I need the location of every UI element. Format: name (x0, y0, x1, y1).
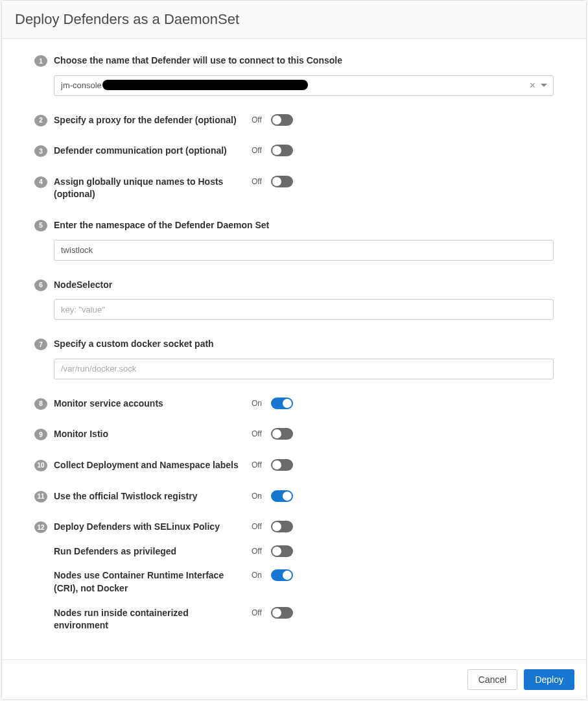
service-accounts-toggle[interactable] (271, 398, 293, 409)
step-istio: 9 Monitor Istio Off (34, 428, 554, 441)
step-number: 1 (34, 55, 47, 67)
deploy-button[interactable]: Deploy (524, 669, 574, 690)
containerized-toggle[interactable] (271, 607, 293, 619)
step-number: 9 (34, 429, 47, 440)
toggle-state-label: Off (252, 608, 266, 617)
toggle-state-label: Off (252, 115, 266, 125)
sub-privileged: Run Defenders as privileged Off (54, 545, 554, 558)
docker-socket-input[interactable] (54, 359, 554, 379)
step-docker-socket: 7 Specify a custom docker socket path (34, 338, 554, 379)
step-label: Deploy Defenders with SELinux Policy (54, 521, 252, 534)
step-label: Choose the name that Defender will use t… (54, 54, 554, 67)
modal-footer: Cancel Deploy (2, 659, 586, 699)
sub-label: Run Defenders as privileged (54, 545, 252, 558)
step-service-accounts: 8 Monitor service accounts On (34, 398, 554, 410)
istio-toggle[interactable] (271, 428, 293, 440)
step-number: 11 (34, 491, 47, 503)
step-label: Defender communication port (optional) (54, 145, 252, 158)
step-number: 3 (34, 145, 47, 157)
step-label: Specify a proxy for the defender (option… (54, 114, 252, 127)
step-namespace: 5 Enter the namespace of the Defender Da… (34, 219, 554, 261)
chevron-down-icon[interactable] (541, 84, 547, 87)
step-label: Enter the namespace of the Defender Daem… (54, 219, 554, 232)
step-console-name: 1 Choose the name that Defender will use… (34, 54, 554, 96)
selinux-toggle[interactable] (271, 521, 293, 532)
step-number: 10 (34, 460, 47, 471)
cancel-button[interactable]: Cancel (467, 669, 518, 690)
step-number: 5 (34, 220, 47, 232)
step-number: 8 (34, 398, 47, 410)
namespace-input[interactable] (54, 240, 554, 261)
step-number: 12 (34, 521, 47, 533)
toggle-state-label: On (252, 399, 266, 408)
step-label: Monitor service accounts (54, 398, 252, 410)
step-selinux: 12 Deploy Defenders with SELinux Policy … (34, 521, 554, 632)
clear-icon[interactable]: × (528, 80, 537, 91)
step-number: 6 (34, 279, 47, 291)
console-name-select[interactable]: × (54, 75, 554, 96)
toggle-state-label: On (252, 571, 266, 580)
toggle-state-label: Off (252, 429, 266, 438)
step-registry: 11 Use the official Twistlock registry O… (34, 490, 554, 503)
sub-label: Nodes run inside containerized environme… (54, 607, 252, 632)
toggle-state-label: On (252, 492, 266, 501)
registry-toggle[interactable] (271, 490, 293, 502)
step-proxy: 2 Specify a proxy for the defender (opti… (34, 114, 554, 127)
modal-body: 1 Choose the name that Defender will use… (2, 39, 586, 659)
toggle-state-label: Off (252, 460, 266, 469)
toggle-state-label: Off (252, 522, 266, 531)
step-unique-hosts: 4 Assign globally unique names to Hosts … (34, 176, 554, 201)
step-collect-labels: 10 Collect Deployment and Namespace labe… (34, 459, 554, 472)
step-nodeselector: 6 NodeSelector (34, 279, 554, 320)
step-label: Collect Deployment and Namespace labels (54, 459, 252, 472)
collect-labels-toggle[interactable] (271, 459, 293, 471)
step-label: Monitor Istio (54, 428, 252, 441)
proxy-toggle[interactable] (271, 114, 293, 126)
toggle-state-label: Off (252, 146, 266, 155)
step-label: Specify a custom docker socket path (54, 338, 554, 351)
step-number: 4 (34, 176, 47, 188)
sub-cri: Nodes use Container Runtime Interface (C… (54, 569, 554, 595)
step-label: Use the official Twistlock registry (54, 490, 252, 503)
redacted-text (102, 80, 308, 90)
modal-header: Deploy Defenders as a DaemonSet (2, 1, 586, 39)
modal-title: Deploy Defenders as a DaemonSet (15, 11, 573, 28)
sub-label: Nodes use Container Runtime Interface (C… (54, 569, 252, 595)
toggle-state-label: Off (252, 547, 266, 556)
step-label: Assign globally unique names to Hosts (o… (54, 176, 252, 201)
toggle-state-label: Off (252, 177, 266, 186)
cri-toggle[interactable] (271, 569, 293, 581)
nodeselector-input[interactable] (54, 299, 554, 320)
step-number: 7 (34, 339, 47, 350)
privileged-toggle[interactable] (271, 545, 293, 557)
step-port: 3 Defender communication port (optional)… (34, 145, 554, 158)
unique-hosts-toggle[interactable] (271, 176, 293, 187)
step-label: NodeSelector (54, 279, 554, 292)
port-toggle[interactable] (271, 145, 293, 156)
step-number: 2 (34, 115, 47, 126)
deploy-daemonset-modal: Deploy Defenders as a DaemonSet 1 Choose… (1, 0, 587, 700)
sub-containerized: Nodes run inside containerized environme… (54, 607, 554, 632)
